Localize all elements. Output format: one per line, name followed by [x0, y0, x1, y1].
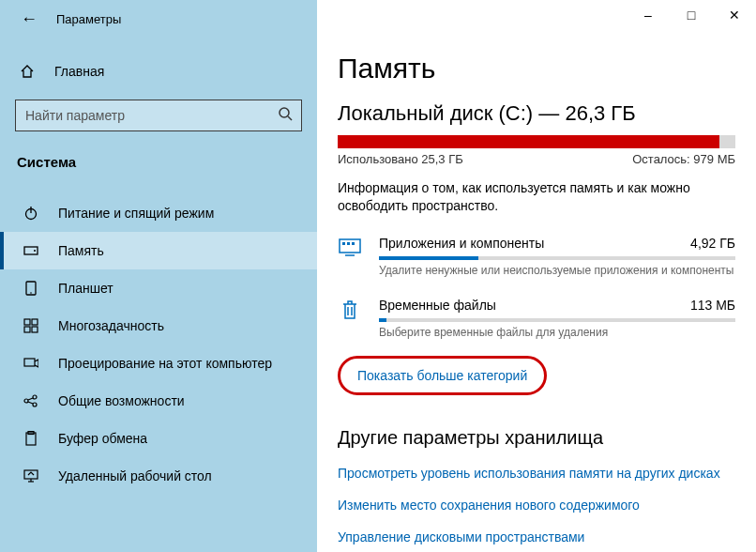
nav-list: x Питание и спящий режим Память Планшет …	[0, 176, 317, 552]
sidebar: ← Параметры Главная Система x Питание и …	[0, 0, 317, 552]
sidebar-item-shared[interactable]: Общие возможности	[0, 382, 317, 420]
sidebar-item-label: Питание и спящий режим	[58, 206, 214, 221]
link-other-disks[interactable]: Просмотреть уровень использования памяти…	[338, 466, 735, 481]
sidebar-item-multitask[interactable]: Многозадачность	[0, 307, 317, 345]
sidebar-item-label: Планшет	[58, 281, 113, 296]
window-controls: – □ ✕	[627, 0, 756, 30]
trash-icon	[338, 298, 362, 339]
category-size: 4,92 ГБ	[690, 236, 735, 251]
home-button[interactable]: Главная	[0, 56, 317, 86]
search-field-wrap	[15, 100, 302, 131]
search-input[interactable]	[15, 100, 302, 131]
power-icon	[23, 206, 39, 221]
sidebar-item-label: Удаленный рабочий стол	[58, 468, 212, 483]
clipboard-icon	[23, 431, 39, 446]
svg-rect-8	[24, 319, 30, 325]
category-bar	[379, 318, 735, 322]
other-storage-title: Другие параметры хранилища	[338, 427, 735, 449]
category-hint: Удалите ненужные или неиспользуемые прил…	[379, 264, 735, 277]
svg-rect-27	[352, 242, 355, 245]
svg-point-7	[30, 292, 32, 294]
sidebar-item-tablet[interactable]: Планшет	[0, 269, 317, 307]
tablet-icon	[23, 281, 39, 296]
category-hint: Выберите временные файлы для удаления	[379, 326, 735, 339]
usage-labels: Использовано 25,3 ГБ Осталось: 979 МБ	[338, 152, 735, 166]
svg-rect-26	[347, 242, 350, 245]
svg-line-17	[28, 402, 33, 404]
sidebar-item-label: Проецирование на этот компьютер	[58, 356, 272, 371]
svg-point-13	[24, 399, 28, 403]
svg-rect-9	[32, 319, 38, 325]
multitask-icon	[23, 318, 39, 333]
svg-point-14	[33, 395, 37, 399]
category-apps[interactable]: Приложения и компоненты 4,92 ГБ Удалите …	[338, 236, 735, 277]
category-temp[interactable]: Временные файлы 113 МБ Выберите временны…	[338, 298, 735, 339]
svg-rect-25	[342, 242, 345, 245]
svg-line-16	[28, 398, 33, 400]
usage-bar	[338, 135, 735, 148]
category-name: Приложения и компоненты	[379, 236, 544, 251]
info-text: Информация о том, как используется памят…	[338, 179, 735, 215]
usage-bar-used	[338, 135, 719, 148]
svg-point-5	[34, 250, 36, 252]
apps-icon	[338, 236, 362, 277]
sidebar-item-partial[interactable]: x	[0, 176, 317, 194]
used-label: Использовано 25,3 ГБ	[338, 152, 463, 166]
sidebar-item-label: Память	[58, 243, 104, 258]
sidebar-item-storage[interactable]: Память	[0, 232, 317, 269]
svg-rect-23	[340, 239, 360, 253]
window-title: Параметры	[56, 12, 121, 26]
usage-bar-free	[719, 135, 735, 148]
category-name: Временные файлы	[379, 298, 496, 313]
project-icon	[23, 356, 39, 371]
maximize-button[interactable]: □	[670, 0, 713, 30]
link-change-save-location[interactable]: Изменить место сохранения нового содержи…	[338, 498, 735, 513]
svg-line-1	[288, 116, 292, 120]
link-storage-spaces[interactable]: Управление дисковыми пространствами	[338, 529, 735, 544]
svg-rect-10	[24, 327, 30, 332]
minimize-button[interactable]: –	[627, 0, 670, 30]
home-icon	[19, 64, 36, 79]
sidebar-item-label: Многозадачность	[58, 318, 164, 333]
free-label: Осталось: 979 МБ	[632, 152, 735, 166]
page-title: Память	[338, 53, 735, 84]
storage-icon	[23, 243, 39, 258]
shared-icon	[23, 393, 39, 408]
remote-icon	[23, 468, 39, 483]
titlebar-left: ← Параметры	[0, 0, 317, 38]
sidebar-item-power[interactable]: Питание и спящий режим	[0, 194, 317, 232]
category-bar	[379, 256, 735, 260]
category-size: 113 МБ	[690, 298, 735, 313]
disk-label: Локальный диск (C:) — 26,3 ГБ	[338, 101, 735, 126]
back-arrow-icon[interactable]: ←	[21, 9, 38, 29]
home-label: Главная	[54, 64, 104, 79]
sidebar-section-title: Система	[17, 154, 317, 170]
sidebar-item-clipboard[interactable]: Буфер обмена	[0, 420, 317, 457]
close-button[interactable]: ✕	[713, 0, 756, 30]
svg-point-0	[280, 108, 289, 117]
svg-rect-12	[24, 359, 35, 366]
main-content: – □ ✕ Память Локальный диск (C:) — 26,3 …	[317, 0, 756, 552]
svg-rect-11	[32, 327, 38, 332]
sidebar-item-label: Буфер обмена	[58, 431, 147, 446]
svg-point-15	[33, 403, 37, 406]
sidebar-item-label: Общие возможности	[58, 393, 185, 408]
sidebar-item-remote[interactable]: Удаленный рабочий стол	[0, 457, 317, 495]
show-more-categories-link[interactable]: Показать больше категорий	[338, 356, 547, 395]
sidebar-item-project[interactable]: Проецирование на этот компьютер	[0, 345, 317, 382]
search-icon	[278, 106, 293, 125]
